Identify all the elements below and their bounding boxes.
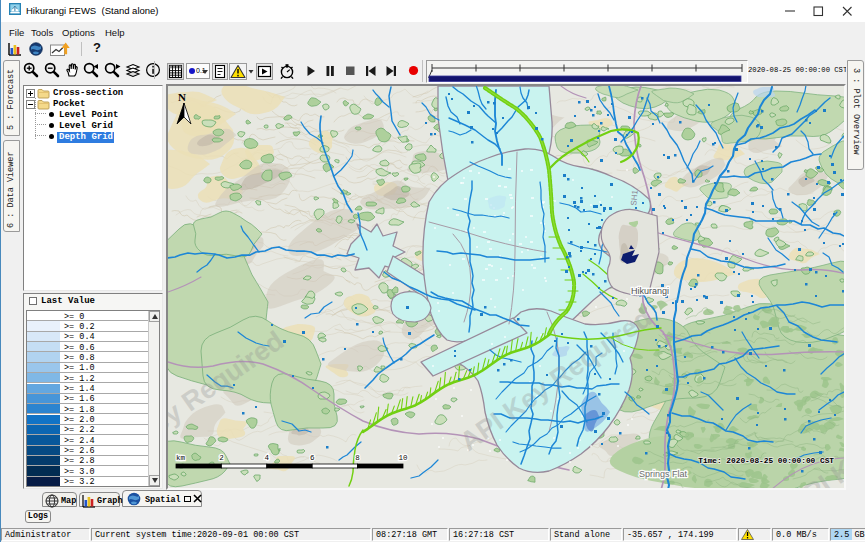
svg-text:N: N	[178, 91, 186, 103]
svg-text:Hikurangi: Hikurangi	[631, 286, 669, 296]
svg-text:Time: 2020-08-25 00:00:00 CST: Time: 2020-08-25 00:00:00 CST	[698, 457, 834, 465]
svg-text:SH1: SH1	[629, 189, 639, 206]
svg-text:8: 8	[355, 454, 360, 462]
svg-text:Springs Flat: Springs Flat	[639, 469, 688, 479]
svg-text:4: 4	[265, 454, 270, 462]
svg-text:10: 10	[398, 454, 408, 462]
svg-text:6: 6	[310, 454, 315, 462]
svg-text:km: km	[176, 454, 186, 462]
svg-text:2: 2	[219, 454, 224, 462]
